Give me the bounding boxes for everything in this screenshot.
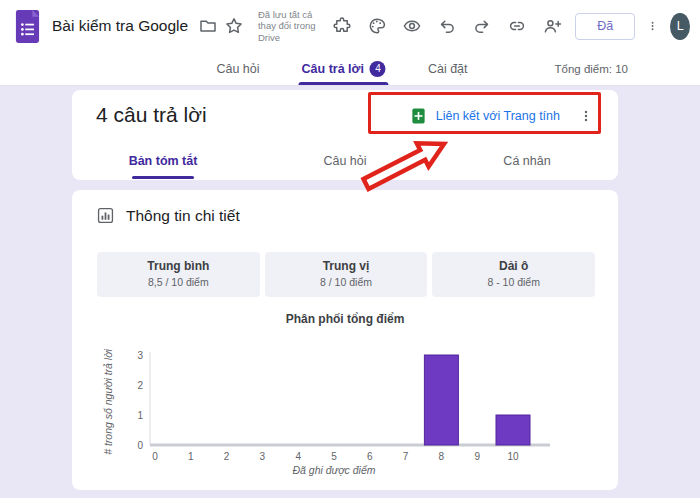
svg-text:1: 1 [188,451,194,462]
tab-questions[interactable]: Câu hỏi [213,52,262,85]
svg-text:1: 1 [137,410,143,421]
star-icon[interactable] [224,16,244,36]
score-stats: Trung bình 8,5 / 10 điểm Trung vị 8 / 10… [97,252,595,297]
publish-button[interactable]: Đã [575,13,635,40]
responses-more-options-icon[interactable] [578,107,594,125]
stat-mean-label: Trung bình [97,259,260,273]
svg-text:6: 6 [367,451,373,462]
save-status: Đã lưu tất cả thay đổi trong Drive [258,9,332,44]
add-collaborators-icon[interactable] [542,16,562,36]
subtab-question-label: Câu hỏi [323,154,366,168]
svg-text:0: 0 [137,440,143,451]
subtab-question[interactable]: Câu hỏi [254,142,436,180]
svg-text:0: 0 [152,451,158,462]
account-avatar[interactable]: L [670,13,690,40]
insights-header: Thông tin chi tiết [96,206,240,225]
form-tabs: Câu hỏi Câu trả lời 4 Cài đặt [213,52,470,85]
add-ons-puzzle-icon[interactable] [332,16,352,36]
move-folder-icon[interactable] [198,16,218,36]
stat-mean: Trung bình 8,5 / 10 điểm [97,252,260,297]
stat-median-label: Trung vị [265,259,428,273]
total-points-label: Tổng điểm: 10 [554,52,628,85]
tab-settings-label: Cài đặt [428,62,468,76]
svg-text:2: 2 [137,380,143,391]
stat-median: Trung vị 8 / 10 điểm [265,252,428,297]
tab-settings[interactable]: Cài đặt [425,52,471,85]
svg-text:Đã ghi được điểm: Đã ghi được điểm [292,464,375,476]
header-more-options-icon[interactable] [646,16,659,36]
insights-title: Thông tin chi tiết [126,207,240,225]
toolbar [332,16,562,36]
responses-card: 4 câu trả lời Liên kết với Trang tính Bả… [72,90,618,180]
stat-mean-value: 8,5 / 10 điểm [97,276,260,288]
svg-text:5: 5 [331,451,337,462]
stat-range-label: Dải ô [432,259,595,273]
svg-text:10: 10 [507,451,519,462]
theme-palette-icon[interactable] [367,16,387,36]
link-to-sheets-button[interactable]: Liên kết với Trang tính [410,107,594,125]
undo-icon[interactable] [437,16,457,36]
tab-responses[interactable]: Câu trả lời 4 [299,52,389,85]
google-sheets-icon [410,107,427,125]
svg-text:7: 7 [403,451,409,462]
responses-count-badge: 4 [370,61,386,77]
google-forms-logo-icon[interactable] [14,9,41,44]
subtab-individual[interactable]: Cá nhân [436,142,618,180]
stat-median-value: 8 / 10 điểm [265,276,428,288]
app-header: Bài kiểm tra Google Đã lưu tất cả thay đ… [0,0,700,52]
preview-eye-icon[interactable] [402,16,422,36]
copy-link-icon[interactable] [507,16,527,36]
responses-count-title: 4 câu trả lời [96,103,207,127]
subtab-summary-label: Bản tóm tắt [129,154,198,168]
redo-icon[interactable] [472,16,492,36]
svg-text:3: 3 [260,451,266,462]
svg-text:# trong số người trả lời: # trong số người trả lời [102,348,114,454]
subtab-summary[interactable]: Bản tóm tắt [72,142,254,180]
svg-text:2: 2 [224,451,230,462]
svg-text:4: 4 [295,451,301,462]
score-distribution-chart: 0123012345678910Đã ghi được điểm# trong … [100,332,580,484]
google-forms-window: Bài kiểm tra Google Đã lưu tất cả thay đ… [0,0,700,498]
stat-range: Dải ô 8 - 10 điểm [432,252,595,297]
responses-subtabs: Bản tóm tắt Câu hỏi Cá nhân [72,142,618,180]
stat-range-value: 8 - 10 điểm [432,276,595,288]
svg-text:9: 9 [474,451,480,462]
bar-chart-icon [96,206,115,225]
chart-title: Phân phối tổng điểm [72,312,618,326]
form-tabbar: Câu hỏi Câu trả lời 4 Cài đặt Tổng điểm:… [0,52,700,86]
tab-responses-label: Câu trả lời [302,62,364,76]
chart-container: 0123012345678910Đã ghi được điểm# trong … [100,332,580,488]
svg-text:8: 8 [439,451,445,462]
link-to-sheets-label: Liên kết với Trang tính [436,109,560,123]
document-title[interactable]: Bài kiểm tra Google [52,17,188,35]
subtab-individual-label: Cá nhân [503,154,550,168]
insights-card: Thông tin chi tiết Trung bình 8,5 / 10 đ… [72,190,618,490]
tab-questions-label: Câu hỏi [216,62,259,76]
svg-text:3: 3 [137,350,143,361]
